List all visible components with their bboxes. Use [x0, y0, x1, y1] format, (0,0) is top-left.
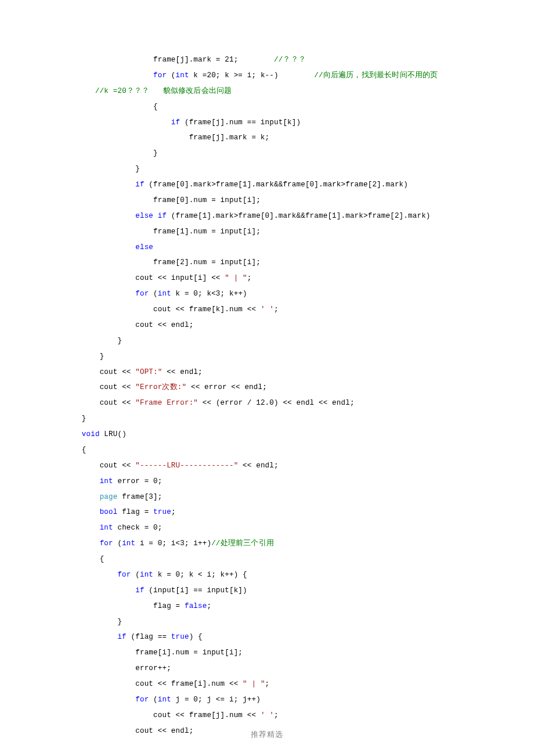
- code-token: flag =: [117, 508, 153, 516]
- code-line: cout << frame[i].num << " | ";: [64, 676, 470, 692]
- code-token: frame[1].num = input[i];: [153, 228, 261, 236]
- code-token: ;: [274, 305, 279, 314]
- code-token: [64, 87, 95, 95]
- code-token: ;: [207, 602, 211, 610]
- code-line: if (frame[0].mark>frame[1].mark&&frame[0…: [64, 177, 470, 193]
- code-line: cout << input[i] << " | ";: [64, 271, 470, 286]
- code-line: }: [64, 146, 470, 161]
- code-token: cout << frame[k].num <<: [153, 305, 261, 314]
- code-token: i = 0; i<3; i++): [135, 539, 211, 548]
- code-token: << endl;: [162, 368, 202, 376]
- code-line: for (int k = 0; k<3; k++): [64, 286, 470, 302]
- code-line: void LRU(): [64, 427, 470, 442]
- code-token: (: [149, 696, 157, 704]
- code-token: (: [113, 539, 122, 548]
- code-line: }: [64, 411, 470, 427]
- code-token: " | ": [243, 680, 265, 688]
- code-line: }: [64, 333, 470, 349]
- code-token: //？？？: [274, 56, 306, 64]
- code-token: //向后遍历，找到最长时间不用的页: [314, 71, 438, 80]
- code-line: {: [64, 552, 470, 567]
- code-token: << (error / 12.0) << endl << endl;: [198, 399, 355, 407]
- code-line: cout << endl;: [64, 318, 470, 333]
- code-token: false: [185, 602, 207, 610]
- code-token: {: [100, 555, 104, 563]
- code-token: (frame[0].mark>frame[1].mark&&frame[0].m…: [145, 181, 408, 189]
- code-token: check = 0;: [113, 524, 163, 532]
- code-line: else if (frame[1].mark>frame[0].mark&&fr…: [64, 208, 470, 224]
- code-token: {: [153, 103, 158, 111]
- code-token: cout << frame[i].num <<: [135, 680, 243, 688]
- code-token: "------LRU------------": [135, 462, 238, 470]
- code-token: page: [100, 493, 118, 501]
- code-line: frame[j].mark = 21; //？？？: [64, 52, 470, 68]
- code-token: for: [135, 290, 149, 298]
- code-line: }: [64, 161, 470, 177]
- code-token: k = 0; k < i; k++) {: [153, 571, 247, 579]
- code-line: else: [64, 240, 470, 255]
- code-token: ;: [265, 680, 270, 688]
- code-token: {: [82, 446, 86, 454]
- document-page: frame[j].mark = 21; //？？？ for (int k =20…: [0, 0, 534, 756]
- code-token: for: [153, 71, 167, 80]
- code-line: frame[2].num = input[i];: [64, 255, 470, 271]
- code-token: true: [171, 633, 189, 641]
- code-token: ' ': [261, 711, 274, 719]
- code-token: frame[j].mark = k;: [189, 134, 270, 142]
- code-line: frame[i].num = input[i];: [64, 645, 470, 661]
- code-line: cout << frame[j].num << ' ';: [64, 708, 470, 723]
- code-token: k = 0; k<3; k++): [171, 290, 247, 298]
- code-token: ' ': [261, 305, 274, 314]
- code-token: //处理前三个引用: [211, 539, 274, 548]
- code-token: (flag ==: [127, 633, 171, 641]
- code-line: for (int i = 0; i<3; i++)//处理前三个引用: [64, 536, 470, 552]
- code-line: if (frame[j].num == input[k]): [64, 115, 470, 131]
- code-token: for: [100, 539, 113, 548]
- code-token: (frame[j].num == input[k]): [180, 118, 301, 127]
- code-token: int: [122, 539, 135, 548]
- code-token: (: [167, 71, 175, 80]
- code-token: j = 0; j <= i; j++): [171, 696, 261, 704]
- code-line: error++;: [64, 661, 470, 676]
- code-token: if: [171, 118, 180, 127]
- code-line: bool flag = true;: [64, 505, 470, 520]
- code-token: LRU(): [100, 430, 127, 438]
- code-token: "Error次数:": [135, 383, 186, 391]
- code-line: {: [64, 442, 470, 458]
- code-token: cout << frame[j].num <<: [153, 711, 261, 719]
- code-line: for (int k =20; k >= i; k--) //向后遍历，找到最长…: [64, 68, 470, 84]
- code-token: }: [117, 618, 122, 626]
- code-token: //k =20？？？ 貌似修改后会出问题: [95, 87, 232, 95]
- code-token: }: [135, 165, 140, 173]
- code-token: int: [140, 571, 153, 579]
- code-line: frame[j].mark = k;: [64, 130, 470, 146]
- code-token: ;: [171, 508, 176, 516]
- code-token: (frame[1].mark>frame[0].mark&&frame[1].m…: [167, 212, 430, 220]
- code-token: frame[2].num = input[i];: [153, 258, 261, 267]
- code-line: int check = 0;: [64, 520, 470, 536]
- code-token: << endl;: [238, 462, 278, 470]
- code-token: int: [158, 290, 171, 298]
- code-token: cout <<: [100, 462, 136, 470]
- code-line: cout << "OPT:" << endl;: [64, 365, 470, 380]
- code-token: else: [135, 243, 153, 251]
- code-line: frame[1].num = input[i];: [64, 224, 470, 240]
- code-token: int: [100, 524, 113, 532]
- code-token: bool: [100, 508, 118, 516]
- code-token: << error << endl;: [186, 383, 267, 391]
- code-token: cout <<: [100, 383, 136, 391]
- code-token: "Frame Error:": [135, 399, 198, 407]
- code-line: cout << frame[k].num << ' ';: [64, 302, 470, 318]
- code-token: for: [117, 571, 131, 579]
- code-token: true: [153, 508, 171, 516]
- code-token: cout << input[i] <<: [135, 274, 225, 282]
- code-token: void: [82, 430, 100, 438]
- footer-text: 推荐精选: [0, 727, 534, 743]
- code-line: {: [64, 99, 470, 115]
- code-line: page frame[3];: [64, 489, 470, 505]
- code-line: //k =20？？？ 貌似修改后会出问题: [64, 84, 470, 99]
- code-line: for (int k = 0; k < i; k++) {: [64, 567, 470, 583]
- code-line: }: [64, 349, 470, 365]
- code-token: for: [135, 696, 149, 704]
- code-token: cout << endl;: [135, 321, 193, 329]
